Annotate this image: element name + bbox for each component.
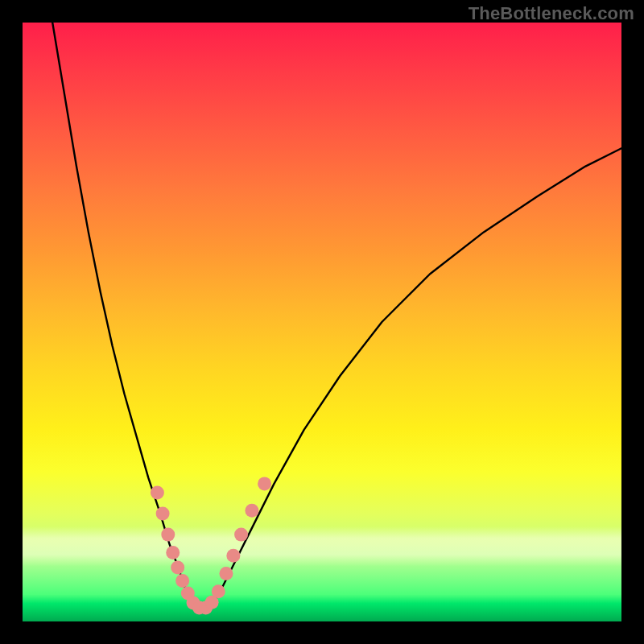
bottleneck-curve	[52, 23, 621, 609]
marker-dot	[171, 561, 184, 575]
marker-dot	[226, 549, 240, 563]
marker-dot	[212, 584, 225, 598]
marker-group	[151, 477, 271, 614]
plot-area	[23, 23, 621, 621]
watermark-text: TheBottleneck.com	[469, 3, 634, 24]
curve-right-arm	[211, 148, 621, 606]
marker-dot	[161, 528, 175, 542]
marker-dot	[245, 504, 258, 518]
marker-dot	[219, 567, 233, 580]
curve-left-arm	[52, 23, 195, 606]
marker-dot	[166, 546, 180, 559]
curve-layer	[23, 23, 621, 621]
marker-dot	[234, 528, 248, 542]
marker-dot	[151, 486, 164, 500]
marker-dot	[258, 477, 271, 490]
marker-dot	[175, 574, 189, 588]
chart-frame: TheBottleneck.com	[0, 0, 644, 644]
marker-dot	[156, 507, 170, 521]
